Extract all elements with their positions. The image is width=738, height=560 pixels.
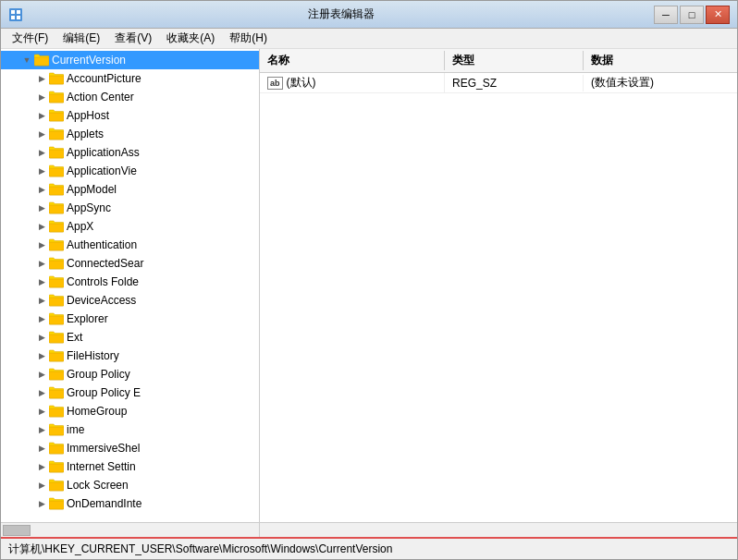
folder-icon-apphost — [49, 109, 64, 122]
tree-node-applets[interactable]: Applets — [1, 125, 259, 143]
folder-icon-explorer — [49, 312, 64, 325]
tree-node-account-picture[interactable]: AccountPicture — [1, 69, 259, 88]
folder-icon-ext — [49, 331, 64, 344]
menu-view[interactable]: 查看(V) — [107, 29, 159, 48]
folder-icon-homegroup — [49, 405, 64, 418]
tree-arrow-lock-screen — [34, 478, 49, 493]
folder-icon-applicationview — [49, 164, 64, 177]
folder-icon-ondemandinte — [49, 497, 64, 510]
tree-node-action-center[interactable]: Action Center — [1, 88, 259, 106]
menu-favorites[interactable]: 收藏夹(A) — [159, 29, 222, 48]
tree-node-ext[interactable]: Ext — [1, 328, 259, 347]
tree-node-apphost[interactable]: AppHost — [1, 106, 259, 125]
registry-tree[interactable]: CurrentVersion AccountPicture — [1, 49, 259, 522]
tree-arrow-action-center — [34, 90, 49, 104]
tree-node-group-policy[interactable]: Group Policy — [1, 365, 259, 383]
tree-node-ondemandinte[interactable]: OnDemandInte — [1, 494, 259, 513]
tree-label-apphost: AppHost — [67, 109, 109, 122]
left-horizontal-scrollbar[interactable] — [1, 523, 260, 538]
tree-label-applicationass: ApplicationAss — [67, 146, 140, 159]
tree-arrow-ime — [34, 422, 49, 437]
tree-label-ime: ime — [67, 423, 84, 436]
status-bar: 计算机\HKEY_CURRENT_USER\Software\Microsoft… — [1, 537, 737, 559]
menu-edit[interactable]: 编辑(E) — [55, 29, 107, 48]
tree-label-ext: Ext — [67, 331, 82, 344]
tree-label-filehistory: FileHistory — [67, 349, 119, 362]
folder-icon-appsync — [49, 201, 64, 214]
tree-node-explorer[interactable]: Explorer — [1, 310, 259, 328]
title-bar: 注册表编辑器 ─ □ ✕ — [1, 1, 737, 29]
tree-label-explorer: Explorer — [67, 312, 108, 325]
tree-arrow-connectedsear — [34, 256, 49, 271]
tree-node-ime[interactable]: ime — [1, 420, 259, 439]
tree-label-homegroup: HomeGroup — [67, 405, 127, 418]
tree-node-applicationview[interactable]: ApplicationVie — [1, 162, 259, 180]
left-panel: CurrentVersion AccountPicture — [1, 49, 260, 522]
folder-icon-account-picture — [49, 72, 64, 85]
tree-node-lock-screen[interactable]: Lock Screen — [1, 476, 259, 494]
folder-icon-appmodel — [49, 183, 64, 196]
registry-table-header: 名称 类型 数据 — [260, 49, 737, 73]
tree-arrow-ext — [34, 330, 49, 345]
tree-arrow-applicationass — [34, 145, 49, 160]
tree-node-filehistory[interactable]: FileHistory — [1, 347, 259, 365]
window-title: 注册表编辑器 — [29, 6, 654, 22]
menu-file[interactable]: 文件(F) — [5, 29, 55, 48]
tree-node-connectedsear[interactable]: ConnectedSear — [1, 254, 259, 273]
menu-help[interactable]: 帮助(H) — [222, 29, 275, 48]
tree-arrow-applicationview — [34, 164, 49, 178]
registry-entry-name: (默认) — [287, 75, 316, 91]
tree-arrow-appx — [34, 219, 49, 234]
tree-node-authentication[interactable]: Authentication — [1, 236, 259, 254]
tree-arrow-applets — [34, 127, 49, 141]
tree-label-ondemandinte: OnDemandInte — [67, 497, 141, 510]
tree-node-appsync[interactable]: AppSync — [1, 199, 259, 217]
h-scroll-thumb-left[interactable] — [3, 525, 31, 536]
main-window: 注册表编辑器 ─ □ ✕ 文件(F) 编辑(E) 查看(V) 收藏夹(A) 帮助… — [0, 0, 738, 560]
tree-label-appx: AppX — [67, 220, 93, 233]
svg-rect-4 — [17, 16, 20, 19]
close-button[interactable]: ✕ — [706, 6, 730, 24]
status-path: 计算机\HKEY_CURRENT_USER\Software\Microsoft… — [8, 542, 392, 557]
folder-icon-immersiveshel — [49, 442, 64, 455]
tree-node-homegroup[interactable]: HomeGroup — [1, 402, 259, 420]
column-header-type: 类型 — [445, 51, 584, 70]
folder-icon-lock-screen — [49, 479, 64, 492]
tree-arrow-deviceaccess — [34, 293, 49, 308]
tree-node-appx[interactable]: AppX — [1, 217, 259, 236]
folder-icon-action-center — [49, 91, 64, 103]
tree-node-group-policy-e[interactable]: Group Policy E — [1, 383, 259, 402]
tree-arrow-homegroup — [34, 404, 49, 419]
tree-arrow-internet-setti — [34, 459, 49, 474]
registry-row-default[interactable]: ab (默认) REG_SZ (数值未设置) — [260, 73, 737, 93]
right-horizontal-scrollbar[interactable] — [260, 523, 737, 538]
right-panel: 名称 类型 数据 ab (默认) REG_SZ (数值未设置) — [260, 49, 737, 522]
tree-label-internet-setti: Internet Settin — [67, 460, 136, 473]
tree-node-controls-folde[interactable]: Controls Folde — [1, 273, 259, 291]
registry-cell-name: ab (默认) — [260, 73, 445, 92]
registry-cell-type: REG_SZ — [445, 75, 584, 91]
folder-icon-group-policy — [49, 368, 64, 381]
app-icon — [8, 7, 23, 22]
tree-node-appmodel[interactable]: AppModel — [1, 180, 259, 199]
maximize-button[interactable]: □ — [680, 6, 704, 24]
horizontal-scrollbar-area — [1, 522, 737, 537]
tree-label-deviceaccess: DeviceAccess — [67, 294, 136, 307]
tree-label-appsync: AppSync — [67, 201, 111, 214]
svg-rect-1 — [11, 10, 15, 14]
tree-node-deviceaccess[interactable]: DeviceAccess — [1, 291, 259, 310]
svg-rect-2 — [17, 10, 20, 14]
tree-node-applicationass[interactable]: ApplicationAss — [1, 143, 259, 162]
svg-rect-3 — [11, 16, 15, 19]
tree-node-current-version[interactable]: CurrentVersion — [1, 51, 259, 69]
folder-icon-internet-setti — [49, 460, 64, 473]
ab-type-icon: ab — [267, 77, 283, 90]
minimize-button[interactable]: ─ — [654, 6, 678, 24]
tree-node-immersiveshel[interactable]: ImmersiveShel — [1, 439, 259, 457]
tree-label-applicationview: ApplicationVie — [67, 164, 137, 177]
folder-icon-authentication — [49, 238, 64, 251]
tree-node-internet-setti[interactable]: Internet Settin — [1, 457, 259, 476]
tree-arrow-group-policy — [34, 367, 49, 382]
column-header-name: 名称 — [260, 51, 445, 70]
tree-label-appmodel: AppModel — [67, 183, 117, 196]
